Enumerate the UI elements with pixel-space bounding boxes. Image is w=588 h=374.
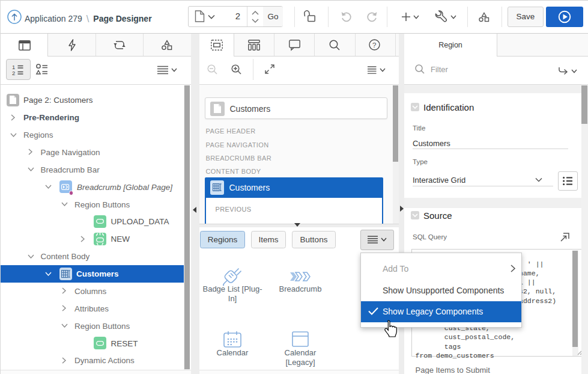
svg-text:?: ? [372, 41, 376, 49]
svg-text:2: 2 [12, 70, 15, 76]
